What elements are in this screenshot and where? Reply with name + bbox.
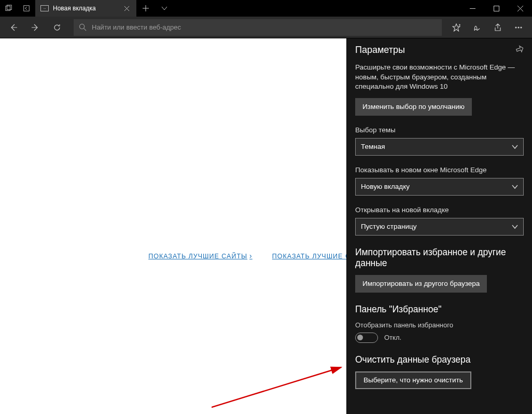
chevron-down-icon <box>512 224 518 230</box>
svg-rect-2 <box>24 6 30 11</box>
open-with-value: Новую вкладку <box>361 183 410 190</box>
favorites-sublabel: Отобразить панель избранного <box>355 321 524 329</box>
svg-point-6 <box>518 27 519 28</box>
open-with-select[interactable]: Новую вкладку <box>355 178 524 196</box>
settings-panel: Параметры Расширьте свои возможности с M… <box>346 38 532 414</box>
clear-data-button[interactable]: Выберите, что нужно очистить <box>355 371 471 389</box>
chevron-down-icon <box>512 184 518 190</box>
chevron-down-icon <box>512 144 518 150</box>
promo-text: Расширьте свои возможности с Microsoft E… <box>355 63 524 92</box>
import-button[interactable]: Импортировать из другого браузера <box>355 275 487 293</box>
svg-point-5 <box>515 27 516 28</box>
open-with-label: Показывать в новом окне Microsoft Edge <box>355 166 524 174</box>
import-section-title: Импортировать избранное и другие данные <box>355 247 524 269</box>
svg-rect-3 <box>494 6 499 11</box>
svg-point-4 <box>79 24 84 29</box>
newtab-value: Пустую страницу <box>361 223 416 230</box>
address-placeholder: Найти или ввести веб-адрес <box>92 23 181 31</box>
show-top-sites-link[interactable]: ПОКАЗАТЬ ЛУЧШИЕ САЙТЫ <box>148 252 253 260</box>
favorites-toggle-row: Откл. <box>355 333 524 343</box>
pin-panel-button[interactable] <box>515 45 524 56</box>
tab-close-button[interactable] <box>122 4 131 13</box>
newtab-label: Открывать на новой вкладке <box>355 206 524 214</box>
more-button[interactable] <box>508 17 529 38</box>
theme-select[interactable]: Темная <box>355 138 524 156</box>
tab-strip: ··· Новая вкладка <box>35 0 460 17</box>
favorites-section-title: Панель "Избранное" <box>355 304 524 315</box>
window-controls <box>460 0 532 17</box>
tab-title: Новая вкладка <box>53 5 96 12</box>
reading-list-button[interactable] <box>467 17 487 38</box>
favorites-button[interactable] <box>446 17 467 38</box>
titlebar-left-controls <box>0 0 35 17</box>
title-bar: ··· Новая вкладка <box>0 0 532 17</box>
back-button[interactable] <box>3 17 24 38</box>
tab-favicon-icon: ··· <box>40 5 49 11</box>
toolbar: Найти или ввести веб-адрес <box>0 17 532 38</box>
window-close-button[interactable] <box>508 0 532 17</box>
tabs-dropdown-button[interactable] <box>155 0 174 17</box>
refresh-button[interactable] <box>47 17 67 38</box>
theme-select-value: Темная <box>361 143 385 150</box>
change-default-button[interactable]: Изменить выбор по умолчанию <box>355 98 472 116</box>
toolbar-right <box>446 17 529 38</box>
set-aside-tabs-icon[interactable] <box>18 0 35 17</box>
newtab-select[interactable]: Пустую страницу <box>355 218 524 236</box>
settings-panel-body: Расширьте свои возможности с Microsoft E… <box>347 63 532 399</box>
search-icon <box>79 23 87 31</box>
address-bar[interactable]: Найти или ввести веб-адрес <box>74 19 442 36</box>
favorites-toggle-state: Откл. <box>384 334 401 341</box>
window-maximize-button[interactable] <box>484 0 508 17</box>
tab-preview-icon[interactable] <box>0 0 18 17</box>
window-minimize-button[interactable] <box>460 0 484 17</box>
svg-point-7 <box>521 27 522 28</box>
new-tab-button[interactable] <box>136 0 155 17</box>
settings-panel-title: Параметры <box>355 45 405 56</box>
favorites-toggle[interactable] <box>355 333 378 343</box>
tab-actions <box>136 0 174 17</box>
clear-section-title: Очистить данные браузера <box>355 354 524 365</box>
theme-label: Выбор темы <box>355 126 524 134</box>
content-area: ПОКАЗАТЬ ЛУЧШИЕ САЙТЫ ПОКАЗАТЬ ЛУЧШИЕ СА… <box>0 38 532 414</box>
settings-panel-header: Параметры <box>347 38 532 63</box>
browser-tab[interactable]: ··· Новая вкладка <box>35 0 136 17</box>
share-button[interactable] <box>487 17 508 38</box>
forward-button[interactable] <box>25 17 46 38</box>
